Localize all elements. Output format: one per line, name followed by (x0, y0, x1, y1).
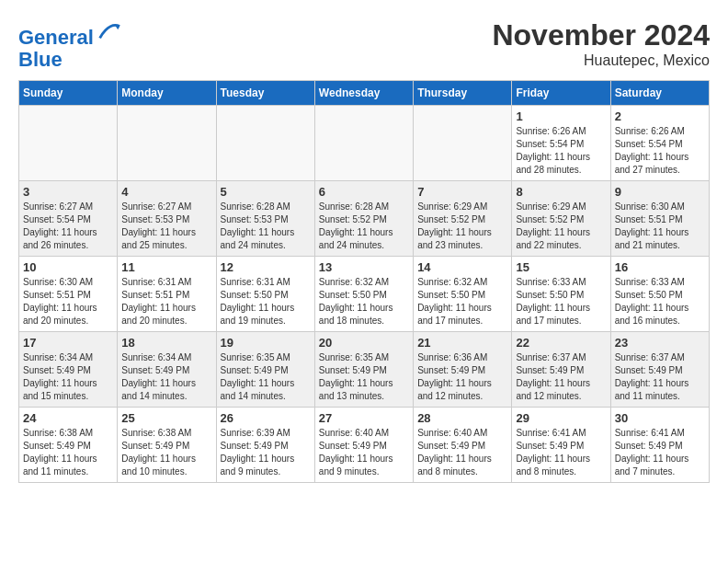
day-info: Sunrise: 6:40 AM Sunset: 5:49 PM Dayligh… (319, 427, 409, 478)
day-info: Sunrise: 6:28 AM Sunset: 5:53 PM Dayligh… (221, 201, 311, 252)
day-number: 7 (417, 185, 507, 199)
day-info: Sunrise: 6:39 AM Sunset: 5:49 PM Dayligh… (221, 427, 311, 478)
weekday-header: Friday (512, 81, 610, 106)
calendar-cell (216, 106, 314, 181)
day-info: Sunrise: 6:34 AM Sunset: 5:49 PM Dayligh… (23, 351, 113, 403)
day-number: 6 (319, 185, 409, 199)
month-title: November 2024 (492, 18, 710, 52)
day-number: 26 (221, 411, 311, 425)
day-info: Sunrise: 6:34 AM Sunset: 5:49 PM Dayligh… (121, 351, 211, 403)
day-info: Sunrise: 6:30 AM Sunset: 5:51 PM Dayligh… (615, 201, 705, 252)
day-info: Sunrise: 6:35 AM Sunset: 5:49 PM Dayligh… (319, 351, 409, 403)
day-info: Sunrise: 6:29 AM Sunset: 5:52 PM Dayligh… (417, 201, 507, 252)
day-info: Sunrise: 6:27 AM Sunset: 5:54 PM Dayligh… (23, 201, 113, 252)
day-info: Sunrise: 6:26 AM Sunset: 5:54 PM Dayligh… (516, 125, 606, 177)
calendar-week-row: 17Sunrise: 6:34 AM Sunset: 5:49 PM Dayli… (19, 332, 710, 408)
calendar-cell: 28Sunrise: 6:40 AM Sunset: 5:49 PM Dayli… (414, 408, 512, 483)
weekday-header: Sunday (19, 81, 118, 106)
title-block: November 2024 Huautepec, Mexico (492, 18, 710, 69)
day-info: Sunrise: 6:33 AM Sunset: 5:50 PM Dayligh… (615, 276, 705, 327)
weekday-header-row: SundayMondayTuesdayWednesdayThursdayFrid… (19, 81, 710, 106)
calendar-cell (314, 106, 413, 181)
day-info: Sunrise: 6:26 AM Sunset: 5:54 PM Dayligh… (615, 125, 705, 177)
day-number: 3 (23, 185, 113, 199)
calendar-week-row: 3Sunrise: 6:27 AM Sunset: 5:54 PM Daylig… (19, 181, 710, 257)
calendar-cell: 12Sunrise: 6:31 AM Sunset: 5:50 PM Dayli… (216, 257, 314, 332)
calendar-cell: 8Sunrise: 6:29 AM Sunset: 5:52 PM Daylig… (512, 181, 610, 257)
day-info: Sunrise: 6:30 AM Sunset: 5:51 PM Dayligh… (23, 276, 113, 327)
calendar-cell: 5Sunrise: 6:28 AM Sunset: 5:53 PM Daylig… (216, 181, 314, 257)
weekday-header: Tuesday (216, 81, 314, 106)
calendar-week-row: 10Sunrise: 6:30 AM Sunset: 5:51 PM Dayli… (19, 257, 710, 332)
weekday-header: Monday (118, 81, 216, 106)
calendar-cell: 21Sunrise: 6:36 AM Sunset: 5:49 PM Dayli… (414, 332, 512, 408)
day-number: 14 (417, 260, 507, 274)
day-info: Sunrise: 6:40 AM Sunset: 5:49 PM Dayligh… (417, 427, 507, 478)
calendar-cell (118, 106, 216, 181)
calendar-cell (19, 106, 118, 181)
calendar-cell: 20Sunrise: 6:35 AM Sunset: 5:49 PM Dayli… (314, 332, 413, 408)
day-number: 2 (615, 109, 705, 123)
day-number: 12 (221, 260, 311, 274)
day-number: 16 (615, 260, 705, 274)
day-number: 13 (319, 260, 409, 274)
calendar-cell: 24Sunrise: 6:38 AM Sunset: 5:49 PM Dayli… (19, 408, 118, 483)
page-header: General Blue November 2024 Huautepec, Me… (18, 18, 710, 71)
calendar-cell: 6Sunrise: 6:28 AM Sunset: 5:52 PM Daylig… (314, 181, 413, 257)
day-info: Sunrise: 6:35 AM Sunset: 5:49 PM Dayligh… (221, 351, 311, 403)
day-info: Sunrise: 6:27 AM Sunset: 5:53 PM Dayligh… (121, 201, 211, 252)
day-number: 18 (121, 336, 211, 350)
day-number: 29 (516, 411, 606, 425)
weekday-header: Saturday (610, 81, 709, 106)
day-info: Sunrise: 6:31 AM Sunset: 5:51 PM Dayligh… (121, 276, 211, 327)
day-number: 20 (319, 336, 409, 350)
calendar-cell: 2Sunrise: 6:26 AM Sunset: 5:54 PM Daylig… (610, 106, 709, 181)
calendar-cell: 26Sunrise: 6:39 AM Sunset: 5:49 PM Dayli… (216, 408, 314, 483)
calendar-cell: 4Sunrise: 6:27 AM Sunset: 5:53 PM Daylig… (118, 181, 216, 257)
day-number: 23 (615, 336, 705, 350)
day-info: Sunrise: 6:31 AM Sunset: 5:50 PM Dayligh… (221, 276, 311, 327)
day-info: Sunrise: 6:41 AM Sunset: 5:49 PM Dayligh… (516, 427, 606, 478)
weekday-header: Thursday (414, 81, 512, 106)
logo: General Blue (18, 18, 121, 71)
day-number: 22 (516, 336, 606, 350)
calendar-cell: 30Sunrise: 6:41 AM Sunset: 5:49 PM Dayli… (610, 408, 709, 483)
calendar-cell (414, 106, 512, 181)
day-number: 1 (516, 109, 606, 123)
calendar-cell: 7Sunrise: 6:29 AM Sunset: 5:52 PM Daylig… (414, 181, 512, 257)
day-number: 5 (221, 185, 311, 199)
calendar-cell: 3Sunrise: 6:27 AM Sunset: 5:54 PM Daylig… (19, 181, 118, 257)
day-info: Sunrise: 6:37 AM Sunset: 5:49 PM Dayligh… (615, 351, 705, 403)
day-info: Sunrise: 6:32 AM Sunset: 5:50 PM Dayligh… (319, 276, 409, 327)
day-number: 8 (516, 185, 606, 199)
calendar-cell: 25Sunrise: 6:38 AM Sunset: 5:49 PM Dayli… (118, 408, 216, 483)
calendar-cell: 19Sunrise: 6:35 AM Sunset: 5:49 PM Dayli… (216, 332, 314, 408)
calendar-cell: 22Sunrise: 6:37 AM Sunset: 5:49 PM Dayli… (512, 332, 610, 408)
day-number: 11 (121, 260, 211, 274)
calendar-week-row: 1Sunrise: 6:26 AM Sunset: 5:54 PM Daylig… (19, 106, 710, 181)
day-info: Sunrise: 6:38 AM Sunset: 5:49 PM Dayligh… (121, 427, 211, 478)
calendar-table: SundayMondayTuesdayWednesdayThursdayFrid… (18, 80, 710, 483)
location-subtitle: Huautepec, Mexico (492, 52, 710, 69)
calendar-cell: 10Sunrise: 6:30 AM Sunset: 5:51 PM Dayli… (19, 257, 118, 332)
day-number: 4 (121, 185, 211, 199)
day-number: 15 (516, 260, 606, 274)
calendar-cell: 23Sunrise: 6:37 AM Sunset: 5:49 PM Dayli… (610, 332, 709, 408)
day-number: 28 (417, 411, 507, 425)
day-number: 27 (319, 411, 409, 425)
calendar-cell: 18Sunrise: 6:34 AM Sunset: 5:49 PM Dayli… (118, 332, 216, 408)
calendar-cell: 1Sunrise: 6:26 AM Sunset: 5:54 PM Daylig… (512, 106, 610, 181)
day-info: Sunrise: 6:41 AM Sunset: 5:49 PM Dayligh… (615, 427, 705, 478)
day-number: 30 (615, 411, 705, 425)
calendar-cell: 29Sunrise: 6:41 AM Sunset: 5:49 PM Dayli… (512, 408, 610, 483)
calendar-week-row: 24Sunrise: 6:38 AM Sunset: 5:49 PM Dayli… (19, 408, 710, 483)
calendar-cell: 16Sunrise: 6:33 AM Sunset: 5:50 PM Dayli… (610, 257, 709, 332)
weekday-header: Wednesday (314, 81, 413, 106)
calendar-cell: 27Sunrise: 6:40 AM Sunset: 5:49 PM Dayli… (314, 408, 413, 483)
calendar-cell: 14Sunrise: 6:32 AM Sunset: 5:50 PM Dayli… (414, 257, 512, 332)
calendar-cell: 15Sunrise: 6:33 AM Sunset: 5:50 PM Dayli… (512, 257, 610, 332)
day-number: 21 (417, 336, 507, 350)
calendar-cell: 13Sunrise: 6:32 AM Sunset: 5:50 PM Dayli… (314, 257, 413, 332)
calendar-cell: 11Sunrise: 6:31 AM Sunset: 5:51 PM Dayli… (118, 257, 216, 332)
day-number: 25 (121, 411, 211, 425)
